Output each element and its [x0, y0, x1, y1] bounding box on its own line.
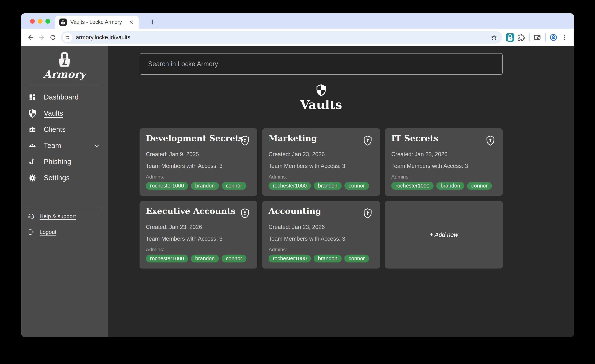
sidebar-item-label: Phishing: [44, 158, 71, 166]
admin-badge: rochester1000: [269, 255, 311, 263]
sidebar-nav: Dashboard Vaults: [21, 89, 108, 186]
admin-badge: brandon: [314, 255, 341, 263]
admin-badge: brandon: [191, 255, 219, 263]
address-bar[interactable]: armory.locke.id/vaults: [61, 31, 502, 44]
bookmark-star-icon[interactable]: [489, 32, 500, 43]
keyhole-shield-icon: [486, 135, 495, 146]
vault-created: Created: Jan 23, 2026: [269, 151, 374, 158]
add-new-vault-card[interactable]: + Add new: [385, 201, 503, 269]
sidebar-item-help-support[interactable]: Help & support: [21, 208, 108, 224]
vault-card-development-secrets[interactable]: Development Secrets Created: Jan 9, 2025…: [140, 128, 257, 196]
admin-badge: connor: [344, 255, 369, 263]
sidebar-item-settings[interactable]: Settings: [21, 170, 108, 186]
vault-card-executive-accounts[interactable]: Executive Accounts Created: Jan 23, 2026…: [140, 201, 257, 269]
admin-badge: rochester1000: [391, 182, 434, 190]
search-input[interactable]: [140, 53, 503, 75]
chevron-down-icon[interactable]: [94, 143, 100, 149]
admin-badge: connor: [467, 182, 492, 190]
admins-label: Admins:: [391, 174, 496, 180]
keyhole-shield-icon: [241, 208, 249, 219]
site-info-icon[interactable]: [63, 33, 72, 42]
back-icon[interactable]: [25, 32, 36, 43]
profile-avatar-icon[interactable]: [548, 32, 559, 43]
help-support-link: Help & support: [40, 213, 76, 219]
sidebar-item-dashboard[interactable]: Dashboard: [21, 89, 108, 105]
svg-text:L: L: [62, 22, 64, 24]
tab-title: Vaults - Locke Armory: [70, 19, 125, 25]
vault-access-count: Team Members with Access: 3: [269, 163, 374, 169]
vault-card-it-secrets[interactable]: IT Secrets Created: Jan 23, 2026 Team Me…: [385, 128, 503, 196]
vault-created: Created: Jan 23, 2026: [269, 224, 374, 230]
app-body: L Armory Dashboard: [21, 46, 574, 337]
sidebar-item-label: Vaults: [44, 109, 63, 117]
vault-access-count: Team Members with Access: 3: [146, 163, 251, 169]
sidebar-item-label: Clients: [44, 126, 66, 133]
admin-badge: rochester1000: [269, 182, 311, 190]
sidebar-item-vaults[interactable]: Vaults: [21, 105, 108, 121]
tab-favicon-lock-icon: L: [59, 19, 67, 26]
minimize-window-button[interactable]: [38, 19, 42, 24]
admin-badge: connor: [222, 255, 246, 263]
dashboard-icon: [28, 93, 36, 101]
new-tab-button[interactable]: [147, 17, 157, 27]
toolbar-divider: [529, 33, 530, 42]
vault-card-marketing[interactable]: Marketing Created: Jan 23, 2026 Team Mem…: [262, 128, 380, 196]
sidebar-item-clients[interactable]: Clients: [21, 121, 108, 138]
armory-logo: L Armory: [21, 51, 108, 80]
vault-access-count: Team Members with Access: 3: [146, 236, 251, 242]
admins-label: Admins:: [146, 247, 251, 253]
close-window-button[interactable]: [30, 19, 35, 24]
headset-icon: [28, 213, 35, 220]
forward-icon[interactable]: [36, 32, 47, 43]
tab-strip: L Vaults - Locke Armory: [21, 13, 574, 29]
screenshot-stage: L Vaults - Locke Armory: [0, 0, 595, 364]
toolbar-divider: [545, 33, 546, 42]
locke-extension-icon[interactable]: L: [505, 32, 516, 43]
admin-badges: rochester1000 brandon connor: [269, 182, 374, 190]
main-content: Vaults Development Secrets Created: Jan …: [108, 46, 574, 337]
admin-badges: rochester1000 brandon connor: [391, 182, 496, 190]
vault-access-count: Team Members with Access: 3: [391, 163, 496, 169]
add-new-label: + Add new: [430, 231, 458, 238]
logo-wordmark: Armory: [21, 69, 108, 80]
vault-title: Development Secrets: [146, 134, 251, 143]
vault-created: Created: Jan 23, 2026: [146, 224, 251, 230]
vault-card-accounting[interactable]: Accounting Created: Jan 23, 2026 Team Me…: [262, 201, 380, 269]
admin-badge: rochester1000: [146, 255, 188, 263]
sidebar-item-label: Dashboard: [44, 93, 78, 101]
lock-logo-icon: L: [57, 51, 72, 68]
logout-link: Logout: [40, 229, 57, 235]
admin-badges: rochester1000 brandon connor: [269, 255, 374, 263]
vault-title: Marketing: [269, 134, 374, 143]
vault-created: Created: Jan 9, 2025: [146, 151, 251, 158]
reload-icon[interactable]: [47, 32, 58, 43]
admins-label: Admins:: [269, 247, 374, 253]
clients-badge-icon: [28, 126, 36, 134]
sidebar-item-phishing[interactable]: Phishing: [21, 154, 108, 170]
browser-window: L Vaults - Locke Armory: [21, 13, 574, 337]
keyhole-shield-icon: [363, 208, 372, 219]
browser-menu-kebab-icon[interactable]: [559, 32, 570, 43]
admin-badges: rochester1000 brandon connor: [146, 255, 251, 263]
tab-close-icon[interactable]: [128, 19, 135, 25]
admin-badge: brandon: [436, 182, 464, 190]
sidebar-item-label: Team: [44, 142, 61, 150]
extensions-puzzle-icon[interactable]: [516, 32, 527, 43]
sidebar-item-team[interactable]: Team: [21, 138, 108, 154]
admin-badge: brandon: [191, 182, 219, 190]
sidebar: L Armory Dashboard: [21, 46, 108, 337]
svg-text:L: L: [509, 38, 511, 41]
url-text[interactable]: armory.locke.id/vaults: [76, 34, 489, 41]
logout-icon: [28, 228, 35, 236]
browser-tab[interactable]: L Vaults - Locke Armory: [55, 15, 139, 29]
vault-created: Created: Jan 23, 2026: [391, 151, 496, 158]
vault-title: IT Secrets: [391, 134, 496, 143]
gear-icon: [28, 174, 36, 182]
page-header: Vaults: [140, 84, 503, 112]
sidebar-item-logout[interactable]: Logout: [21, 224, 108, 240]
zoom-window-button[interactable]: [45, 19, 50, 24]
keyhole-shield-icon: [241, 135, 249, 146]
search-tabs-icon[interactable]: [532, 32, 543, 43]
admins-label: Admins:: [269, 174, 374, 180]
keyhole-shield-icon: [363, 135, 372, 146]
